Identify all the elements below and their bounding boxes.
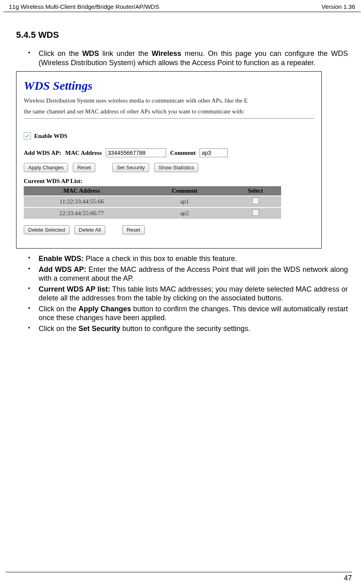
wds-ap-table: MAC Address Comment Select 11:22:33:44:5… <box>24 186 281 219</box>
bullet-text: button to configure the security setting… <box>120 325 250 333</box>
apply-changes-button[interactable]: Apply Changes <box>24 163 68 172</box>
col-mac: MAC Address <box>24 186 140 196</box>
comment-input[interactable] <box>199 148 228 157</box>
bullet-label: Current WDS AP list: <box>39 285 110 293</box>
table-row: 11:22:33:44:55:66 ap1 <box>24 196 281 208</box>
intro-mid: link under the <box>99 49 152 58</box>
bullet-label: Set Security <box>78 325 120 333</box>
reset-button[interactable]: Reset <box>73 163 95 172</box>
intro-bullet: Click on the WDS link under the Wireless… <box>28 49 348 69</box>
bullet-set-security: Click on the Set Security button to conf… <box>28 324 348 335</box>
page-header: 11g Wireless Multi-Client Bridge/Bridge … <box>3 0 361 12</box>
bullet-enable-wds: Enable WDS: Place a check in this box to… <box>28 254 348 265</box>
mac-address-input[interactable] <box>106 148 166 157</box>
intro-prefix: Click on the <box>39 49 82 58</box>
bullet-label: Add WDS AP: <box>39 265 86 273</box>
wds-settings-screenshot: WDS Settings Wireless Distribution Syste… <box>16 71 322 249</box>
enable-wds-label: Enable WDS <box>34 133 68 140</box>
cell-select <box>230 208 281 219</box>
bullet-label: Apply Changes <box>78 305 131 313</box>
bullet-add-wds-ap: Add WDS AP: Enter the MAC address of the… <box>28 265 348 285</box>
add-wds-ap-label: Add WDS AP: <box>24 150 61 156</box>
intro-wds: WDS <box>82 49 99 58</box>
cell-comment: ap2 <box>140 208 230 219</box>
table-row: 22:33:44:55:66:77 ap2 <box>24 208 281 219</box>
wds-desc-line1: Wireless Distribution System uses wirele… <box>24 97 314 105</box>
comment-label: Comment <box>170 150 195 156</box>
wds-title: WDS Settings <box>24 79 314 93</box>
page-footer: 47 <box>6 572 352 582</box>
cell-select <box>230 196 281 208</box>
cell-comment: ap1 <box>140 196 230 208</box>
bullet-pre: Click on the <box>39 305 78 313</box>
mac-address-label: MAC Address <box>65 150 102 156</box>
col-comment: Comment <box>140 186 230 196</box>
show-statistics-button[interactable]: Show Statistics <box>154 163 198 172</box>
header-left: 11g Wireless Multi-Client Bridge/Bridge … <box>9 3 159 10</box>
bullet-text: Place a check in this box to enable this… <box>84 255 237 263</box>
reset-button-2[interactable]: Reset <box>122 225 145 234</box>
cell-mac: 11:22:33:44:55:66 <box>24 196 140 208</box>
set-security-button[interactable]: Set Security <box>112 163 149 172</box>
page-number: 47 <box>344 574 352 582</box>
bullet-current-wds-list: Current WDS AP list: This table lists MA… <box>28 285 348 304</box>
row-select-checkbox[interactable] <box>252 197 259 204</box>
table-header-row: MAC Address Comment Select <box>24 186 281 196</box>
section-heading: 5.4.5 WDS <box>16 30 348 40</box>
current-wds-list-title: Current WDS AP List: <box>24 178 314 185</box>
row-select-checkbox[interactable] <box>252 209 259 216</box>
bullet-label: Enable WDS: <box>39 255 84 263</box>
bullet-apply-changes: Click on the Apply Changes button to con… <box>28 304 348 324</box>
enable-wds-checkbox[interactable]: ✓ <box>24 132 31 140</box>
divider <box>24 118 314 119</box>
col-select: Select <box>230 186 281 196</box>
bullet-pre: Click on the <box>39 325 78 333</box>
cell-mac: 22:33:44:55:66:77 <box>24 208 140 219</box>
delete-all-button[interactable]: Delete All <box>74 225 105 234</box>
header-right: Version 1.36 <box>322 3 355 10</box>
wds-desc-line2: the same channel and set MAC address of … <box>24 107 314 116</box>
intro-wireless: Wireless <box>152 49 181 58</box>
delete-selected-button[interactable]: Delete Selected <box>24 225 70 234</box>
